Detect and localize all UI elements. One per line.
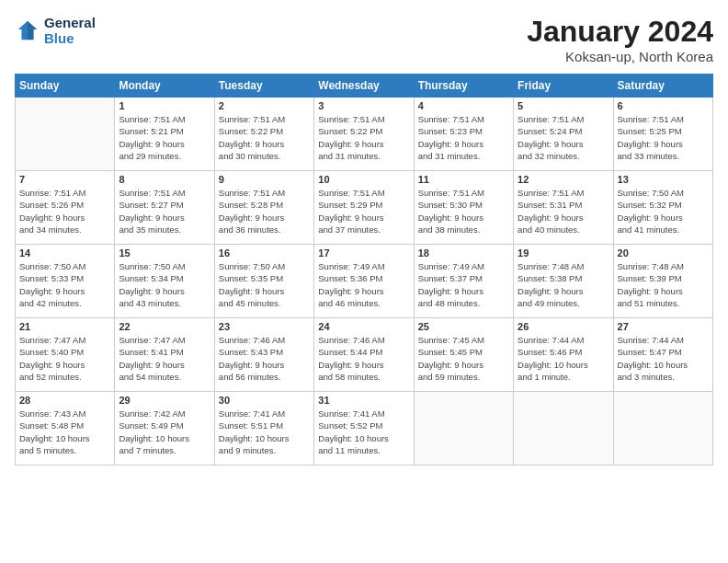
day-info: Sunrise: 7:51 AM Sunset: 5:29 PM Dayligh… xyxy=(318,187,409,236)
day-info: Sunrise: 7:50 AM Sunset: 5:35 PM Dayligh… xyxy=(219,260,310,309)
day-info: Sunrise: 7:51 AM Sunset: 5:27 PM Dayligh… xyxy=(119,187,210,236)
day-number: 29 xyxy=(119,395,210,406)
day-info: Sunrise: 7:51 AM Sunset: 5:26 PM Dayligh… xyxy=(19,187,110,236)
day-number: 20 xyxy=(618,247,709,259)
day-number: 7 xyxy=(19,174,110,185)
logo-icon xyxy=(15,17,40,43)
header-row: SundayMondayTuesdayWednesdayThursdayFrid… xyxy=(16,75,713,98)
day-cell: 14Sunrise: 7:50 AM Sunset: 5:33 PM Dayli… xyxy=(16,245,115,318)
day-info: Sunrise: 7:50 AM Sunset: 5:34 PM Dayligh… xyxy=(119,260,210,309)
day-info: Sunrise: 7:46 AM Sunset: 5:43 PM Dayligh… xyxy=(219,334,310,383)
day-number: 19 xyxy=(518,247,609,259)
col-header-sunday: Sunday xyxy=(16,75,115,98)
day-info: Sunrise: 7:51 AM Sunset: 5:30 PM Dayligh… xyxy=(418,187,509,236)
day-info: Sunrise: 7:47 AM Sunset: 5:40 PM Dayligh… xyxy=(19,334,110,383)
day-number: 11 xyxy=(418,174,509,185)
day-number: 10 xyxy=(318,174,409,185)
day-info: Sunrise: 7:44 AM Sunset: 5:46 PM Dayligh… xyxy=(518,334,609,383)
week-row-3: 14Sunrise: 7:50 AM Sunset: 5:33 PM Dayli… xyxy=(16,245,713,318)
col-header-friday: Friday xyxy=(514,75,613,98)
day-cell: 7Sunrise: 7:51 AM Sunset: 5:26 PM Daylig… xyxy=(16,171,115,245)
day-number: 12 xyxy=(518,174,609,185)
day-number: 27 xyxy=(618,321,709,332)
day-info: Sunrise: 7:48 AM Sunset: 5:38 PM Dayligh… xyxy=(518,260,609,309)
month-title: January 2024 xyxy=(527,15,713,49)
week-row-5: 28Sunrise: 7:43 AM Sunset: 5:48 PM Dayli… xyxy=(16,392,713,465)
day-info: Sunrise: 7:51 AM Sunset: 5:22 PM Dayligh… xyxy=(318,113,409,162)
day-cell: 21Sunrise: 7:47 AM Sunset: 5:40 PM Dayli… xyxy=(16,318,115,392)
day-number: 21 xyxy=(19,321,110,332)
day-info: Sunrise: 7:51 AM Sunset: 5:21 PM Dayligh… xyxy=(119,113,210,162)
day-info: Sunrise: 7:44 AM Sunset: 5:47 PM Dayligh… xyxy=(618,334,709,383)
day-info: Sunrise: 7:49 AM Sunset: 5:37 PM Dayligh… xyxy=(418,260,509,309)
day-number: 13 xyxy=(618,174,709,185)
day-number: 16 xyxy=(219,247,310,259)
col-header-saturday: Saturday xyxy=(613,75,712,98)
day-number: 17 xyxy=(318,247,409,259)
svg-marker-1 xyxy=(28,21,37,40)
col-header-monday: Monday xyxy=(115,75,214,98)
day-number: 5 xyxy=(518,100,609,111)
day-info: Sunrise: 7:49 AM Sunset: 5:36 PM Dayligh… xyxy=(318,260,409,309)
day-cell: 13Sunrise: 7:50 AM Sunset: 5:32 PM Dayli… xyxy=(613,171,712,245)
col-header-wednesday: Wednesday xyxy=(314,75,414,98)
calendar-table: SundayMondayTuesdayWednesdayThursdayFrid… xyxy=(15,74,713,465)
day-cell xyxy=(514,392,613,465)
day-number: 1 xyxy=(119,100,210,111)
day-number: 2 xyxy=(219,100,310,111)
title-block: January 2024 Koksan-up, North Korea xyxy=(527,15,713,64)
day-cell: 17Sunrise: 7:49 AM Sunset: 5:36 PM Dayli… xyxy=(314,245,414,318)
day-cell: 3Sunrise: 7:51 AM Sunset: 5:22 PM Daylig… xyxy=(314,98,414,171)
day-info: Sunrise: 7:41 AM Sunset: 5:51 PM Dayligh… xyxy=(219,408,310,456)
day-cell: 8Sunrise: 7:51 AM Sunset: 5:27 PM Daylig… xyxy=(115,171,214,245)
day-number: 28 xyxy=(19,395,110,406)
day-cell xyxy=(414,392,513,465)
day-number: 31 xyxy=(318,395,409,406)
day-info: Sunrise: 7:51 AM Sunset: 5:24 PM Dayligh… xyxy=(518,113,609,162)
day-cell: 19Sunrise: 7:48 AM Sunset: 5:38 PM Dayli… xyxy=(514,245,613,318)
day-cell: 16Sunrise: 7:50 AM Sunset: 5:35 PM Dayli… xyxy=(214,245,313,318)
day-cell: 2Sunrise: 7:51 AM Sunset: 5:22 PM Daylig… xyxy=(214,98,313,171)
day-number: 3 xyxy=(318,100,409,111)
day-cell: 30Sunrise: 7:41 AM Sunset: 5:51 PM Dayli… xyxy=(214,392,313,465)
day-cell: 1Sunrise: 7:51 AM Sunset: 5:21 PM Daylig… xyxy=(115,98,214,171)
day-cell: 6Sunrise: 7:51 AM Sunset: 5:25 PM Daylig… xyxy=(613,98,712,171)
day-info: Sunrise: 7:41 AM Sunset: 5:52 PM Dayligh… xyxy=(318,408,409,456)
day-number: 15 xyxy=(119,247,210,259)
col-header-thursday: Thursday xyxy=(414,75,513,98)
day-number: 6 xyxy=(618,100,709,111)
day-cell: 31Sunrise: 7:41 AM Sunset: 5:52 PM Dayli… xyxy=(314,392,414,465)
day-number: 26 xyxy=(518,321,609,332)
day-cell: 22Sunrise: 7:47 AM Sunset: 5:41 PM Dayli… xyxy=(115,318,214,392)
day-info: Sunrise: 7:42 AM Sunset: 5:49 PM Dayligh… xyxy=(119,408,210,456)
day-number: 9 xyxy=(219,174,310,185)
day-cell: 28Sunrise: 7:43 AM Sunset: 5:48 PM Dayli… xyxy=(16,392,115,465)
day-info: Sunrise: 7:46 AM Sunset: 5:44 PM Dayligh… xyxy=(318,334,409,383)
day-info: Sunrise: 7:51 AM Sunset: 5:31 PM Dayligh… xyxy=(518,187,609,236)
day-cell: 18Sunrise: 7:49 AM Sunset: 5:37 PM Dayli… xyxy=(414,245,513,318)
header: General Blue January 2024 Koksan-up, Nor… xyxy=(15,15,713,64)
day-cell: 15Sunrise: 7:50 AM Sunset: 5:34 PM Dayli… xyxy=(115,245,214,318)
day-cell: 29Sunrise: 7:42 AM Sunset: 5:49 PM Dayli… xyxy=(115,392,214,465)
day-number: 18 xyxy=(418,247,509,259)
day-cell: 11Sunrise: 7:51 AM Sunset: 5:30 PM Dayli… xyxy=(414,171,513,245)
day-cell: 5Sunrise: 7:51 AM Sunset: 5:24 PM Daylig… xyxy=(514,98,613,171)
day-info: Sunrise: 7:51 AM Sunset: 5:25 PM Dayligh… xyxy=(618,113,709,162)
logo-text: General Blue xyxy=(44,15,96,46)
page: General Blue January 2024 Koksan-up, Nor… xyxy=(0,0,728,475)
day-cell: 9Sunrise: 7:51 AM Sunset: 5:28 PM Daylig… xyxy=(214,171,313,245)
day-number: 24 xyxy=(318,321,409,332)
day-cell: 26Sunrise: 7:44 AM Sunset: 5:46 PM Dayli… xyxy=(514,318,613,392)
day-cell xyxy=(613,392,712,465)
day-cell xyxy=(16,98,115,171)
day-cell: 25Sunrise: 7:45 AM Sunset: 5:45 PM Dayli… xyxy=(414,318,513,392)
day-cell: 20Sunrise: 7:48 AM Sunset: 5:39 PM Dayli… xyxy=(613,245,712,318)
day-cell: 4Sunrise: 7:51 AM Sunset: 5:23 PM Daylig… xyxy=(414,98,513,171)
week-row-4: 21Sunrise: 7:47 AM Sunset: 5:40 PM Dayli… xyxy=(16,318,713,392)
day-number: 30 xyxy=(219,395,310,406)
day-number: 4 xyxy=(418,100,509,111)
day-cell: 10Sunrise: 7:51 AM Sunset: 5:29 PM Dayli… xyxy=(314,171,414,245)
day-number: 8 xyxy=(119,174,210,185)
day-number: 22 xyxy=(119,321,210,332)
col-header-tuesday: Tuesday xyxy=(214,75,313,98)
